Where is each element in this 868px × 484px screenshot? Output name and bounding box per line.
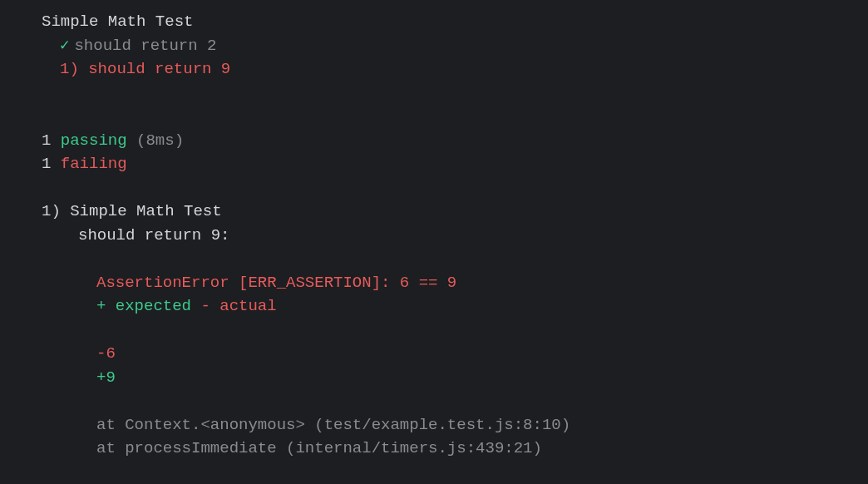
diff-actual: -6 [42, 342, 868, 366]
failure-header-line2: should return 9: [42, 224, 868, 248]
failing-word: failing [61, 155, 127, 173]
terminal-output: Simple Math Test ✓should return 2 1) sho… [42, 10, 868, 461]
failing-count: 1 [42, 155, 51, 173]
passing-word: passing [61, 131, 127, 150]
failure-header-line1: 1) Simple Math Test [42, 200, 868, 224]
failure-index: 1) [42, 202, 61, 220]
test-name: should return 9 [88, 60, 230, 78]
test-fail-line: 1) should return 9 [42, 57, 868, 81]
blank-line [42, 176, 868, 200]
failure-test-name: should return 9: [78, 226, 229, 244]
blank-line [42, 247, 868, 271]
assertion-error: AssertionError [ERR_ASSERTION]: 6 == 9 [42, 271, 868, 295]
blank-line [42, 105, 868, 129]
suite-title: Simple Math Test [42, 10, 868, 34]
summary-failing: 1 failing [42, 152, 868, 176]
summary-passing: 1 passing (8ms) [42, 129, 868, 153]
expected-actual-legend: + expected - actual [42, 294, 868, 319]
failure-suite: Simple Math Test [70, 202, 221, 220]
test-pass-line: ✓should return 2 [42, 34, 868, 58]
test-name: should return 2 [74, 37, 216, 55]
diff-expected: +9 [42, 366, 868, 390]
stack-trace-line: at Context.<anonymous> (test/example.tes… [42, 413, 868, 437]
blank-line [42, 81, 868, 106]
blank-line [42, 389, 868, 413]
actual-label: - actual [200, 297, 276, 315]
stack-trace-line: at processImmediate (internal/timers.js:… [42, 437, 868, 461]
passing-count: 1 [42, 131, 51, 150]
expected-label: + expected [96, 297, 191, 315]
fail-marker: 1) [60, 60, 79, 78]
duration: (8ms) [136, 131, 184, 150]
check-icon: ✓ [60, 37, 69, 55]
blank-line [42, 319, 868, 343]
